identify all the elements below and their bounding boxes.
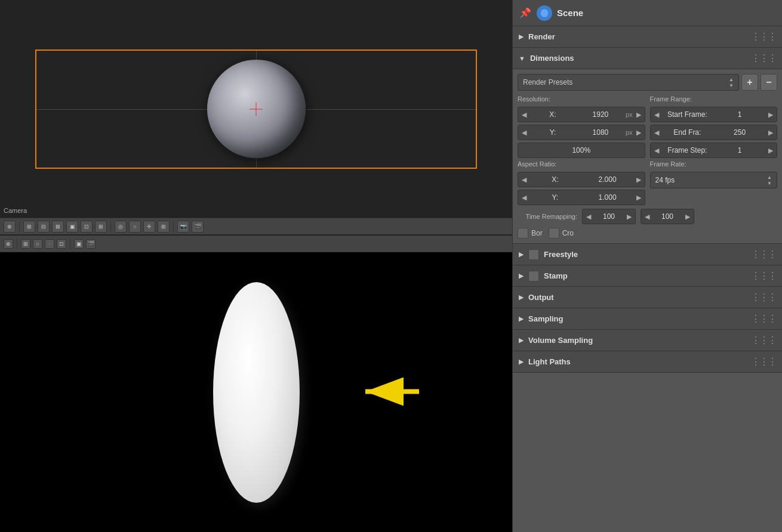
- volume-sampling-section[interactable]: ▶ Volume Sampling ⋮⋮⋮: [513, 330, 782, 351]
- bottom-dot-icon[interactable]: ·: [45, 239, 54, 249]
- grid6-icon[interactable]: ⊞: [95, 221, 107, 233]
- border-checkbox[interactable]: [518, 228, 528, 239]
- light-paths-section[interactable]: ▶ Light Paths ⋮⋮⋮: [513, 351, 782, 373]
- res-x-right-arrow[interactable]: ▶: [635, 111, 642, 119]
- aspect-y-right-arrow[interactable]: ▶: [635, 194, 642, 202]
- rendered-ellipse: [213, 282, 300, 503]
- end-frame-left-arrow[interactable]: ◀: [653, 129, 660, 137]
- freestyle-section[interactable]: ▶ Freestyle ⋮⋮⋮: [513, 244, 782, 265]
- render-arrow-icon: ▶: [519, 33, 524, 41]
- bor-cro-row: Bor Cro: [518, 228, 777, 239]
- bottom-grid-icon[interactable]: ⊞: [21, 239, 30, 249]
- time-remap-old-left[interactable]: ◀: [585, 213, 592, 221]
- dimensions-content: Render Presets ▲ ▼ + − Resolution: ◀ X:: [513, 69, 782, 244]
- bottom-circle-icon[interactable]: ○: [33, 239, 42, 249]
- circle-icon[interactable]: ◎: [115, 221, 127, 233]
- freestyle-arrow-icon: ▶: [519, 250, 524, 258]
- scene-icon: [537, 5, 552, 21]
- time-remap-new-left[interactable]: ◀: [644, 213, 651, 221]
- resolution-y-field[interactable]: ◀ Y: 1080 px ▶: [518, 125, 645, 140]
- res-x-left-arrow[interactable]: ◀: [521, 111, 528, 119]
- pin-icon[interactable]: 📌: [519, 7, 532, 20]
- resolution-percent-field[interactable]: 100%: [518, 143, 645, 158]
- bottom-render-icon[interactable]: ▣: [74, 239, 84, 249]
- render-section-title: Render: [528, 32, 751, 41]
- start-frame-right-arrow[interactable]: ▶: [767, 111, 774, 119]
- sampling-section[interactable]: ▶ Sampling ⋮⋮⋮: [513, 308, 782, 330]
- film-icon[interactable]: 🎬: [192, 221, 204, 233]
- left-panel: Camera ⊕ ⊞ ⊟ ⊠ ▣ ⊡ ⊞ ◎ ○ ✛ ⊞ 📷 🎬 ⊕ ⊞ ○: [0, 0, 512, 532]
- viewport-canvas: Camera: [0, 0, 512, 218]
- aspect-col: Aspect Ratio: ◀ X: 2.000 ▶ ◀ Y: 1.000 ▶: [518, 160, 645, 205]
- view-mode-icon[interactable]: ⊕: [4, 221, 16, 233]
- stamp-dots: ⋮⋮⋮: [751, 270, 776, 282]
- move-icon[interactable]: ✛: [143, 221, 155, 233]
- framerate-dropdown[interactable]: 24 fps ▲ ▼: [650, 172, 778, 188]
- render-presets-dropdown[interactable]: Render Presets ▲ ▼: [518, 74, 739, 91]
- aspect-x-field[interactable]: ◀ X: 2.000 ▶: [518, 172, 645, 187]
- end-frame-field[interactable]: ◀ End Fra: 250 ▶: [650, 125, 778, 140]
- grid4-icon[interactable]: ▣: [66, 221, 78, 233]
- grid2-icon[interactable]: ⊟: [38, 221, 50, 233]
- bottom-grid2-icon[interactable]: ⊡: [57, 239, 66, 249]
- presets-down-icon: ▼: [729, 83, 734, 88]
- time-remap-new-field[interactable]: ◀ 100 ▶: [641, 209, 694, 224]
- grid-icon[interactable]: ⊞: [23, 221, 35, 233]
- render-section-dots: ⋮⋮⋮: [751, 31, 776, 42]
- res-y-right-arrow[interactable]: ▶: [635, 129, 642, 137]
- res-y-unit: px: [626, 129, 633, 136]
- framerate-arrows: ▲ ▼: [767, 175, 772, 186]
- res-x-value: 1920: [578, 110, 623, 119]
- frame-step-right-arrow[interactable]: ▶: [767, 147, 774, 154]
- output-section[interactable]: ▶ Output ⋮⋮⋮: [513, 287, 782, 308]
- stamp-checkbox[interactable]: [528, 271, 539, 282]
- start-frame-label: Start Frame:: [663, 110, 713, 119]
- aspect-y-field[interactable]: ◀ Y: 1.000 ▶: [518, 190, 645, 205]
- stamp-section[interactable]: ▶ Stamp ⋮⋮⋮: [513, 265, 782, 287]
- time-remap-new-right[interactable]: ▶: [684, 213, 691, 221]
- time-remap-old-field[interactable]: ◀ 100 ▶: [582, 209, 636, 224]
- grid7-icon[interactable]: ⊞: [158, 221, 170, 233]
- view-icon[interactable]: ⊕: [4, 239, 13, 249]
- render-section[interactable]: ▶ Render ⋮⋮⋮: [513, 26, 782, 48]
- remove-preset-button[interactable]: −: [761, 74, 777, 91]
- output-arrow-icon: ▶: [519, 293, 524, 301]
- border-label: Bor: [531, 229, 543, 237]
- dimensions-section-title: Dimensions: [530, 54, 751, 63]
- circle2-icon[interactable]: ○: [129, 221, 141, 233]
- light-paths-arrow-icon: ▶: [519, 358, 524, 366]
- grid5-icon[interactable]: ⊡: [81, 221, 93, 233]
- start-frame-left-arrow[interactable]: ◀: [653, 111, 660, 119]
- time-remap-row: Time Remapping: ◀ 100 ▶ ◀ 100 ▶: [518, 209, 777, 224]
- aspect-x-left-arrow[interactable]: ◀: [521, 176, 528, 184]
- crop-checkbox[interactable]: [549, 228, 559, 239]
- yellow-arrow-svg: [353, 376, 425, 406]
- grid3-icon[interactable]: ⊠: [52, 221, 64, 233]
- aspect-x-right-arrow[interactable]: ▶: [635, 176, 642, 184]
- start-frame-field[interactable]: ◀ Start Frame: 1 ▶: [650, 107, 778, 122]
- camera-icon[interactable]: 📷: [177, 221, 189, 233]
- add-preset-button[interactable]: +: [741, 74, 758, 91]
- dimensions-header[interactable]: ▼ Dimensions ⋮⋮⋮: [513, 48, 782, 69]
- framerate-col: Frame Rate: 24 fps ▲ ▼: [650, 160, 778, 205]
- border-checkbox-item[interactable]: Bor: [518, 228, 543, 239]
- arrow-annotation: [353, 376, 425, 408]
- end-frame-right-arrow[interactable]: ▶: [767, 129, 774, 137]
- resolution-col: Resolution: ◀ X: 1920 px ▶ ◀ Y: 1080 px …: [518, 95, 645, 158]
- freestyle-checkbox[interactable]: [528, 249, 539, 260]
- frame-step-left-arrow[interactable]: ◀: [653, 147, 660, 154]
- frame-step-value: 1: [715, 146, 765, 154]
- bottom-film-icon[interactable]: 🎬: [86, 239, 96, 249]
- frame-step-field[interactable]: ◀ Frame Step: 1 ▶: [650, 143, 778, 158]
- aspect-y-left-arrow[interactable]: ◀: [521, 194, 528, 202]
- sampling-section-title: Sampling: [528, 314, 751, 323]
- time-remap-old-right[interactable]: ▶: [626, 213, 633, 221]
- light-paths-section-title: Light Paths: [528, 357, 751, 366]
- render-area: [0, 252, 512, 532]
- properties-header: 📌 Scene: [513, 0, 782, 26]
- sampling-arrow-icon: ▶: [519, 315, 524, 323]
- resolution-x-field[interactable]: ◀ X: 1920 px ▶: [518, 107, 645, 122]
- res-y-left-arrow[interactable]: ◀: [521, 129, 528, 137]
- crop-checkbox-item[interactable]: Cro: [549, 228, 574, 239]
- framerate-up-icon: ▲: [767, 175, 772, 180]
